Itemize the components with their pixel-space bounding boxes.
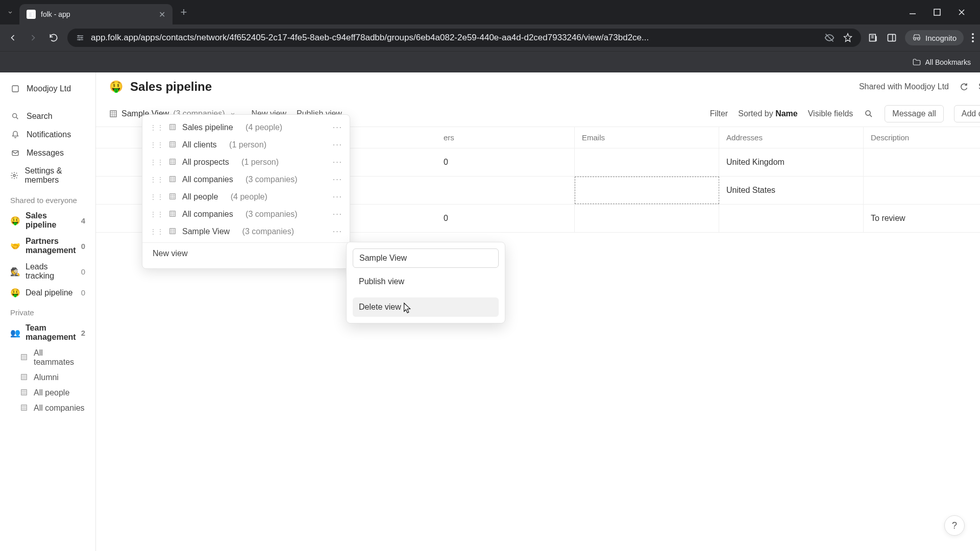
- view-more-icon[interactable]: ···: [333, 140, 342, 149]
- column-header-phone[interactable]: ers: [430, 127, 575, 148]
- new-tab-button[interactable]: +: [176, 4, 192, 20]
- help-button[interactable]: ?: [944, 515, 965, 536]
- cell-phone[interactable]: 0: [430, 205, 575, 232]
- visible-fields-button[interactable]: Visible fields: [808, 109, 853, 118]
- view-more-icon[interactable]: ···: [333, 227, 342, 236]
- drag-handle-icon[interactable]: ⋮⋮: [150, 176, 164, 184]
- browser-menu-icon[interactable]: [972, 33, 974, 42]
- sidebar-notifications[interactable]: Notifications: [5, 126, 90, 144]
- column-header-emails[interactable]: Emails: [575, 127, 719, 148]
- tabs-dropdown-icon[interactable]: [4, 6, 16, 18]
- sidebar-group-deal[interactable]: 🤑Deal pipeline0: [5, 284, 90, 301]
- view-option[interactable]: ⋮⋮Sales pipeline (4 people)···: [142, 119, 350, 136]
- column-header-description[interactable]: Description: [864, 127, 980, 148]
- view-more-icon[interactable]: ···: [333, 192, 342, 202]
- all-bookmarks-button[interactable]: All Bookmarks: [912, 58, 971, 67]
- site-settings-icon[interactable]: [76, 33, 85, 42]
- sidebar-group-partners[interactable]: 🤝Partners management0: [5, 233, 90, 259]
- table-icon: [169, 228, 177, 236]
- sidebar-subitem-alumni[interactable]: Alumni: [5, 370, 90, 385]
- url-bar[interactable]: app.folk.app/apps/contacts/network/4f652…: [67, 29, 861, 47]
- cell-email[interactable]: [575, 205, 719, 232]
- cell-address[interactable]: United States: [719, 177, 864, 204]
- drag-handle-icon[interactable]: ⋮⋮: [150, 141, 164, 149]
- view-more-icon[interactable]: ···: [333, 175, 342, 184]
- view-option[interactable]: ⋮⋮All prospects (1 person)···: [142, 154, 350, 171]
- cell-description[interactable]: [864, 148, 980, 176]
- filter-button[interactable]: Filter: [710, 109, 728, 118]
- dropdown-new-view[interactable]: New view: [142, 242, 350, 264]
- svg-point-9: [13, 114, 17, 118]
- sidebar-group-leads[interactable]: 🕵️Leads tracking0: [5, 259, 90, 284]
- cell-email[interactable]: [575, 148, 719, 176]
- envelope-icon: [10, 148, 20, 158]
- workspace-switcher[interactable]: Moodjoy Ltd: [5, 80, 90, 98]
- tab-close-icon[interactable]: ✕: [159, 10, 165, 19]
- cell-description[interactable]: [864, 177, 980, 204]
- drag-handle-icon[interactable]: ⋮⋮: [150, 228, 164, 236]
- view-option[interactable]: ⋮⋮All people (4 people)···: [142, 188, 350, 206]
- sidebar-settings[interactable]: Settings & members: [5, 162, 90, 189]
- sidebar-search-label: Search: [27, 112, 53, 121]
- view-option-count: (3 companies): [242, 227, 294, 236]
- view-option[interactable]: ⋮⋮All clients (1 person)···: [142, 136, 350, 154]
- window-close-icon[interactable]: [957, 7, 967, 17]
- view-more-icon[interactable]: ···: [333, 158, 342, 167]
- shared-with-label: Shared with Moodjoy Ltd: [859, 82, 949, 91]
- group-count: 2: [81, 329, 85, 337]
- svg-rect-8: [12, 86, 18, 92]
- sidebar-subitem-teammates[interactable]: All teammates: [5, 345, 90, 370]
- nav-back-icon[interactable]: [6, 31, 19, 44]
- subitem-label: All people: [34, 388, 69, 397]
- all-bookmarks-label: All Bookmarks: [925, 58, 971, 66]
- sidebar-group-sales-pipeline[interactable]: 🤑Sales pipeline4: [5, 208, 90, 233]
- drag-handle-icon[interactable]: ⋮⋮: [150, 158, 164, 166]
- drag-handle-icon[interactable]: ⋮⋮: [150, 123, 164, 132]
- context-delete-view[interactable]: Delete view: [353, 297, 499, 317]
- sidebar-group-team[interactable]: 👥Team management2: [5, 320, 90, 345]
- nav-reload-icon[interactable]: [47, 31, 60, 44]
- cell-email-selected[interactable]: [575, 177, 719, 204]
- side-panel-icon[interactable]: [887, 33, 897, 43]
- page-title: Sales pipeline: [130, 80, 212, 94]
- sidebar-notifications-label: Notifications: [27, 130, 71, 139]
- view-option[interactable]: ⋮⋮Sample View (3 companies)···: [142, 223, 350, 240]
- sort-button[interactable]: Sorted by Name: [738, 109, 798, 118]
- table-search-icon[interactable]: [863, 108, 874, 119]
- sidebar-subitem-allcompanies[interactable]: All companies: [5, 400, 90, 416]
- view-option-name: Sample View: [182, 227, 230, 236]
- cell-description[interactable]: To review: [864, 205, 980, 232]
- window-maximize-icon[interactable]: [932, 7, 942, 17]
- view-more-icon[interactable]: ···: [333, 210, 342, 219]
- drag-handle-icon[interactable]: ⋮⋮: [150, 210, 164, 218]
- browser-tab[interactable]: ◧ folk - app ✕: [19, 4, 173, 24]
- eye-off-icon[interactable]: [824, 33, 835, 43]
- view-option[interactable]: ⋮⋮All companies (3 companies)···: [142, 171, 350, 188]
- group-count: 0: [81, 242, 85, 251]
- cell-phone[interactable]: 0: [430, 148, 575, 176]
- incognito-badge[interactable]: Incognito: [905, 30, 964, 45]
- view-option[interactable]: ⋮⋮All companies (3 companies)···: [142, 206, 350, 223]
- bookmark-star-icon[interactable]: [843, 33, 853, 43]
- workspace-icon: [10, 84, 20, 94]
- message-all-button[interactable]: Message all: [885, 105, 943, 122]
- sidebar-search[interactable]: Search: [5, 107, 90, 126]
- rename-view-input[interactable]: [353, 248, 499, 268]
- reading-list-icon[interactable]: [868, 33, 878, 43]
- window-minimize-icon[interactable]: [908, 7, 918, 17]
- table-icon: [109, 110, 117, 118]
- drag-handle-icon[interactable]: ⋮⋮: [150, 193, 164, 201]
- cell-address[interactable]: [719, 205, 864, 232]
- column-header-addresses[interactable]: Addresses: [719, 127, 864, 148]
- svg-point-3: [81, 37, 83, 39]
- view-more-icon[interactable]: ···: [333, 123, 342, 132]
- add-companies-button[interactable]: Add companies: [954, 105, 980, 122]
- sidebar-messages[interactable]: Messages: [5, 144, 90, 162]
- group-name: Sales pipeline: [26, 211, 76, 230]
- sync-icon[interactable]: [959, 82, 968, 91]
- cell-address[interactable]: United Kingdom: [719, 148, 864, 176]
- cell-phone[interactable]: [430, 177, 575, 204]
- context-publish-view[interactable]: Publish view: [353, 272, 499, 291]
- sidebar-subitem-allpeople[interactable]: All people: [5, 385, 90, 400]
- svg-point-17: [866, 111, 870, 115]
